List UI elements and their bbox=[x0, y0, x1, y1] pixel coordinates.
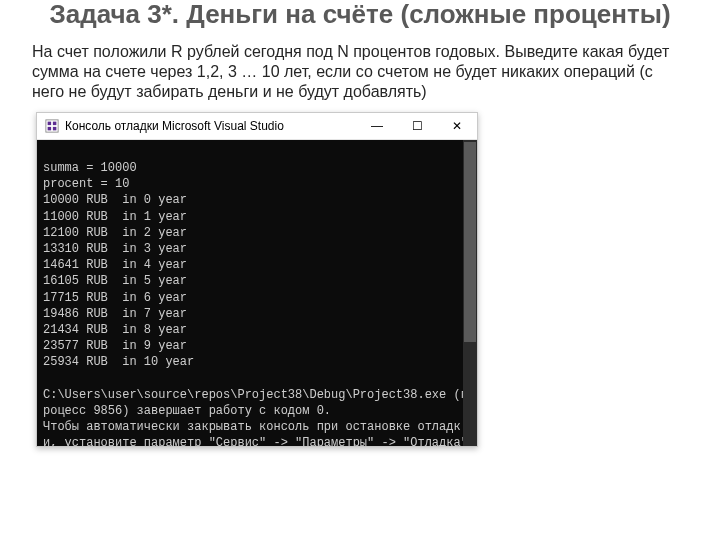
slide-title: Задача 3*. Деньги на счёте (сложные проц… bbox=[32, 0, 688, 30]
console-line: 12100 RUB in 2 year bbox=[43, 226, 187, 240]
console-line: 11000 RUB in 1 year bbox=[43, 210, 187, 224]
console-hint-line: Чтобы автоматически закрывать консоль пр… bbox=[43, 420, 475, 446]
window-titlebar: Консоль отладки Microsoft Visual Studio … bbox=[37, 113, 477, 140]
maximize-button[interactable]: ☐ bbox=[397, 113, 437, 139]
console-line: summa = 10000 bbox=[43, 161, 137, 175]
scrollbar-thumb[interactable] bbox=[464, 142, 476, 342]
minimize-button[interactable]: — bbox=[357, 113, 397, 139]
console-line: 17715 RUB in 6 year bbox=[43, 291, 187, 305]
svg-rect-1 bbox=[48, 122, 52, 126]
console-scrollbar[interactable] bbox=[463, 140, 477, 446]
window-title: Консоль отладки Microsoft Visual Studio bbox=[65, 119, 357, 133]
console-path-line: C:\Users\user\source\repos\Project38\Deb… bbox=[43, 388, 468, 418]
task-description: На счет положили R рублей сегодня под N … bbox=[32, 42, 688, 102]
console-line: 10000 RUB in 0 year bbox=[43, 193, 187, 207]
window-controls: — ☐ ✕ bbox=[357, 113, 477, 139]
svg-rect-4 bbox=[53, 127, 57, 131]
console-line: 14641 RUB in 4 year bbox=[43, 258, 187, 272]
console-line: procent = 10 bbox=[43, 177, 129, 191]
app-icon bbox=[45, 119, 59, 133]
console-line: 21434 RUB in 8 year bbox=[43, 323, 187, 337]
console-window: Консоль отладки Microsoft Visual Studio … bbox=[36, 112, 478, 447]
console-line: 16105 RUB in 5 year bbox=[43, 274, 187, 288]
close-button[interactable]: ✕ bbox=[437, 113, 477, 139]
console-line: 25934 RUB in 10 year bbox=[43, 355, 194, 369]
console-output: summa = 10000 procent = 10 10000 RUB in … bbox=[37, 140, 477, 446]
console-line: 13310 RUB in 3 year bbox=[43, 242, 187, 256]
console-line: 19486 RUB in 7 year bbox=[43, 307, 187, 321]
console-line: 23577 RUB in 9 year bbox=[43, 339, 187, 353]
svg-rect-3 bbox=[48, 127, 52, 131]
svg-rect-2 bbox=[53, 122, 57, 126]
